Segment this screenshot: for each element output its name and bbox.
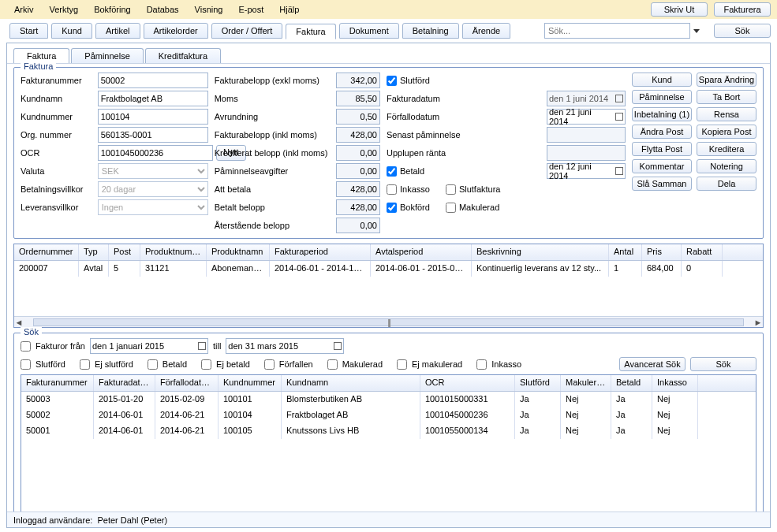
inp-fakturanummer[interactable] bbox=[98, 73, 208, 88]
search-dropdown-icon[interactable] bbox=[693, 29, 700, 33]
col-produktnummer[interactable]: Produktnummer bbox=[140, 244, 207, 260]
orderlines-hscroll[interactable]: ◄ ► bbox=[14, 316, 763, 327]
calendar-icon[interactable] bbox=[198, 342, 206, 350]
sel-betvillkor[interactable]: 20 dagar bbox=[98, 181, 208, 197]
col-produktnamn[interactable]: Produktnamn bbox=[207, 244, 270, 260]
table-row[interactable]: 500032015-01-202015-02-09100101Blomsterb… bbox=[21, 392, 756, 407]
chk-inkasso[interactable] bbox=[387, 184, 397, 195]
date-betald[interactable]: den 12 juni 2014 bbox=[547, 163, 626, 179]
col-fakturadatum[interactable]: Fakturadatum bbox=[94, 375, 155, 391]
dela-button[interactable]: Dela bbox=[697, 177, 756, 191]
inp-kundnummer[interactable] bbox=[98, 109, 208, 125]
results-body[interactable]: 500032015-01-202015-02-09100101Blomsterb… bbox=[21, 392, 756, 455]
notering-button[interactable]: Notering bbox=[697, 159, 756, 173]
invoice-button[interactable]: Fakturera bbox=[714, 2, 771, 17]
chk-betald[interactable] bbox=[148, 359, 158, 370]
chk-slutförd[interactable] bbox=[21, 359, 31, 370]
date-to[interactable]: den 31 mars 2015 bbox=[226, 338, 344, 354]
tab-order-offert[interactable]: Order / Offert bbox=[211, 23, 283, 39]
search-button[interactable]: Sök bbox=[690, 357, 756, 371]
menu-hjalp[interactable]: Hjälp bbox=[271, 2, 307, 17]
chk-ej-betald[interactable] bbox=[201, 359, 211, 370]
påminnelse-button[interactable]: Påminnelse bbox=[632, 90, 692, 104]
chk-fakturor-fran[interactable] bbox=[21, 341, 31, 352]
advanced-search-button[interactable]: Avancerat Sök bbox=[619, 357, 685, 371]
date-fakturadatum[interactable]: den 1 juni 2014 bbox=[547, 91, 626, 106]
global-search-input[interactable] bbox=[544, 23, 690, 39]
tab-kund[interactable]: Kund bbox=[51, 23, 92, 39]
chk-ej-slutförd[interactable] bbox=[80, 359, 90, 370]
kommentar-button[interactable]: Kommentar bbox=[632, 159, 692, 173]
col-antal[interactable]: Antal bbox=[609, 244, 642, 260]
col-fakturanummer[interactable]: Fakturanummer bbox=[21, 375, 94, 391]
col-kundnummer[interactable]: Kundnummer bbox=[219, 375, 282, 391]
chk-makulerad[interactable] bbox=[327, 359, 338, 370]
col-slutförd[interactable]: Slutförd bbox=[515, 375, 561, 391]
global-search-button[interactable]: Sök bbox=[714, 24, 771, 38]
tab-artikel[interactable]: Artikel bbox=[95, 23, 140, 39]
col-fakturaperiod[interactable]: Fakturaperiod bbox=[270, 244, 371, 260]
menu-arkiv[interactable]: Arkiv bbox=[6, 2, 41, 17]
kopiera-post-button[interactable]: Kopiera Post bbox=[697, 125, 756, 139]
menu-verktyg[interactable]: Verktyg bbox=[41, 2, 86, 17]
menu-epost[interactable]: E-post bbox=[231, 2, 272, 17]
col-inkasso[interactable]: Inkasso bbox=[652, 375, 698, 391]
col-ocr[interactable]: OCR bbox=[420, 375, 515, 391]
chk-slutford[interactable] bbox=[387, 76, 397, 86]
col-förfallodatum[interactable]: Förfallodatum bbox=[155, 375, 219, 391]
col-ordernummer[interactable]: Ordernummer bbox=[14, 244, 79, 260]
inbetalning-1--button[interactable]: Inbetalning (1) bbox=[632, 107, 692, 121]
date-forfallo[interactable]: den 21 juni 2014 bbox=[547, 109, 626, 125]
chk-förfallen[interactable] bbox=[264, 359, 275, 370]
date-from[interactable]: den 1 januari 2015 bbox=[90, 338, 208, 354]
chk-bokford[interactable] bbox=[387, 203, 397, 213]
tab--rende[interactable]: Ärende bbox=[462, 23, 510, 39]
ändra-post-button[interactable]: Ändra Post bbox=[632, 125, 692, 139]
menu-bokforing[interactable]: Bokföring bbox=[86, 2, 138, 17]
tab-start[interactable]: Start bbox=[9, 23, 48, 39]
sel-valuta[interactable]: SEK bbox=[98, 163, 208, 179]
col-avtalsperiod[interactable]: Avtalsperiod bbox=[371, 244, 472, 260]
table-row[interactable]: 500012014-06-012014-06-21100105Knutssons… bbox=[21, 423, 756, 439]
flytta-post-button[interactable]: Flytta Post bbox=[632, 142, 692, 156]
calendar-icon[interactable] bbox=[615, 167, 623, 175]
chk-betald[interactable] bbox=[387, 166, 397, 177]
kund-button[interactable]: Kund bbox=[632, 73, 692, 87]
sel-levvillkor[interactable]: Ingen bbox=[98, 199, 208, 215]
calendar-icon[interactable] bbox=[615, 95, 623, 102]
scroll-left-icon[interactable]: ◄ bbox=[14, 318, 24, 327]
col-beskrivning[interactable]: Beskrivning bbox=[472, 244, 609, 260]
col-post[interactable]: Post bbox=[109, 244, 140, 260]
tab-betalning[interactable]: Betalning bbox=[402, 23, 459, 39]
chk-slutfaktura[interactable] bbox=[446, 184, 456, 195]
inp-orgnr[interactable] bbox=[98, 127, 208, 143]
kreditera-button[interactable]: Kreditera bbox=[697, 142, 756, 156]
chk-ej-makulerad[interactable] bbox=[397, 359, 407, 370]
tab-artikelorder[interactable]: Artikelorder bbox=[144, 23, 208, 39]
chk-inkasso[interactable] bbox=[476, 359, 487, 370]
col-rabatt[interactable]: Rabatt bbox=[682, 244, 723, 260]
chk-makulerad[interactable] bbox=[446, 203, 456, 213]
subtab-påminnelse[interactable]: Påminnelse bbox=[71, 48, 143, 63]
scroll-right-icon[interactable]: ► bbox=[753, 318, 763, 327]
col-pris[interactable]: Pris bbox=[642, 244, 682, 260]
slå-samman-button[interactable]: Slå Samman bbox=[632, 177, 692, 191]
inp-kundnamn[interactable] bbox=[98, 91, 208, 106]
table-row[interactable]: 200007Avtal531121Abonemang, ...2014-06-0… bbox=[14, 261, 763, 277]
subtab-kreditfaktura[interactable]: Kreditfaktura bbox=[145, 48, 221, 63]
scroll-thumb[interactable] bbox=[33, 318, 744, 326]
col-betald[interactable]: Betald bbox=[611, 375, 652, 391]
calendar-icon[interactable] bbox=[615, 113, 623, 121]
inp-ocr[interactable] bbox=[98, 145, 213, 161]
col-makulerad[interactable]: Makulerad bbox=[561, 375, 611, 391]
menu-databas[interactable]: Databas bbox=[139, 2, 187, 17]
table-row[interactable]: 500022014-06-012014-06-21100104Fraktbola… bbox=[21, 407, 756, 423]
ta-bort-button[interactable]: Ta Bort bbox=[697, 90, 756, 104]
tab-dokument[interactable]: Dokument bbox=[339, 23, 399, 39]
spara-ändring-button[interactable]: Spara Ändring bbox=[697, 73, 756, 87]
col-typ[interactable]: Typ bbox=[79, 244, 109, 260]
tab-faktura[interactable]: Faktura bbox=[286, 24, 335, 39]
print-button[interactable]: Skriv Ut bbox=[651, 2, 708, 17]
orderlines-body[interactable]: 200007Avtal531121Abonemang, ...2014-06-0… bbox=[14, 261, 763, 316]
col-kundnamn[interactable]: Kundnamn bbox=[282, 375, 420, 391]
